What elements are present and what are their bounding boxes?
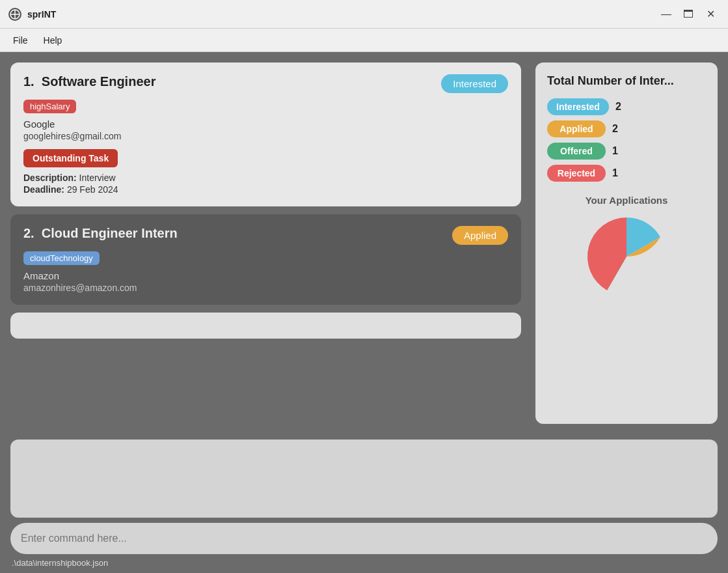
close-button[interactable]: ✕ (701, 5, 720, 24)
stat-count-offered: 1 (612, 145, 618, 157)
tag-2: cloudTechnology (23, 251, 100, 265)
partial-card (10, 313, 521, 339)
app-icon (8, 7, 22, 21)
stats-panel: Total Number of Inter... Interested 2 Ap… (535, 63, 718, 424)
stats-panel-title: Total Number of Inter... (547, 74, 706, 88)
stat-badge-applied: Applied (547, 120, 606, 137)
menu-help[interactable]: Help (36, 33, 70, 48)
task-description-1: Description: Interview (23, 173, 508, 183)
pie-chart (581, 211, 672, 302)
file-path: .\data\internshipbook.json (10, 558, 718, 568)
stat-badge-rejected: Rejected (547, 165, 606, 182)
stat-row-offered: Offered 1 (547, 143, 706, 160)
maximize-button[interactable]: 🗖 (679, 5, 698, 24)
stat-count-applied: 2 (612, 123, 618, 135)
title-bar: sprINT — 🗖 ✕ (0, 0, 728, 29)
job-title-2: 2. Cloud Engineer Intern (23, 226, 178, 241)
title-bar-controls: — 🗖 ✕ (656, 5, 720, 24)
job-card-2: 2. Cloud Engineer Intern Applied cloudTe… (10, 214, 521, 305)
stat-row-interested: Interested 2 (547, 98, 706, 115)
title-bar-left: sprINT (8, 7, 56, 21)
command-input[interactable] (21, 533, 707, 544)
stat-count-interested: 2 (615, 101, 621, 113)
outstanding-task-btn-1[interactable]: Outstanding Task (23, 149, 118, 167)
email-1: googlehires@gmail.com (23, 131, 508, 141)
stats-list: Interested 2 Applied 2 Offered 1 Rejecte… (547, 98, 706, 182)
main-content: 1. Software Engineer Interested highSala… (0, 52, 728, 434)
app-title: sprINT (27, 9, 56, 20)
pie-chart-svg (581, 211, 672, 302)
job-title-1: 1. Software Engineer (23, 74, 155, 89)
stat-row-rejected: Rejected 1 (547, 165, 706, 182)
minimize-button[interactable]: — (656, 5, 676, 24)
command-input-container[interactable] (10, 523, 718, 554)
task-deadline-1: Deadline: 29 Feb 2024 (23, 184, 508, 195)
stat-badge-interested: Interested (547, 98, 609, 115)
company-1: Google (23, 119, 508, 130)
company-2: Amazon (23, 270, 508, 281)
tag-1: highSalary (23, 100, 76, 113)
chart-title: Your Applications (586, 195, 668, 206)
left-panel: 1. Software Engineer Interested highSala… (10, 63, 525, 424)
menu-bar: File Help (0, 29, 728, 52)
status-badge-1[interactable]: Interested (441, 74, 508, 93)
job-card-2-header: 2. Cloud Engineer Intern Applied (23, 226, 508, 245)
stat-count-rejected: 1 (612, 167, 618, 179)
email-2: amazonhires@amazon.com (23, 283, 508, 293)
job-card-1-header: 1. Software Engineer Interested (23, 74, 508, 93)
cards-container: 1. Software Engineer Interested highSala… (10, 63, 525, 424)
stat-badge-offered: Offered (547, 143, 606, 160)
menu-file[interactable]: File (5, 33, 36, 48)
output-area (10, 440, 718, 518)
job-card-1: 1. Software Engineer Interested highSala… (10, 63, 521, 206)
chart-section: Your Applications (547, 195, 706, 302)
pie-slice-rejected (587, 217, 627, 290)
status-badge-2[interactable]: Applied (452, 226, 508, 245)
stat-row-applied: Applied 2 (547, 120, 706, 137)
bottom-section: .\data\internshipbook.json (0, 434, 728, 573)
